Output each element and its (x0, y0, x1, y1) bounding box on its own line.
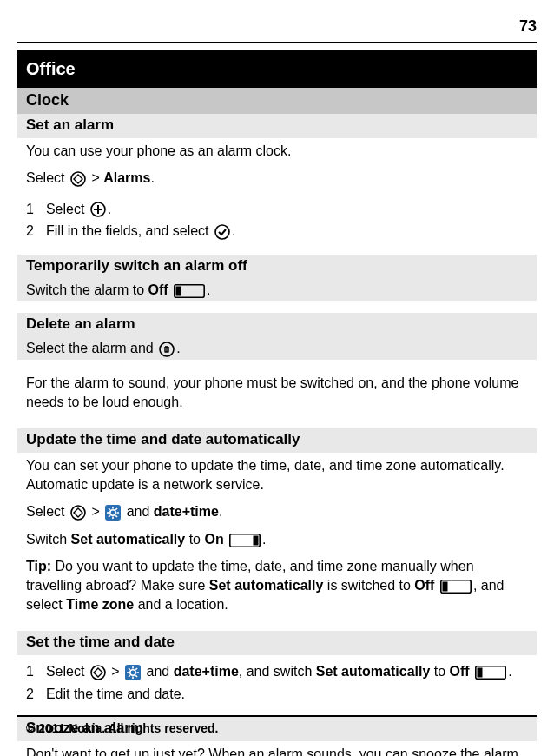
text: . (232, 223, 235, 238)
menu-icon (90, 665, 106, 680)
text: to (189, 532, 205, 547)
set-alarm-heading: Set an alarm (17, 114, 537, 138)
page-footer-wrap: © 2011 Nokia. All rights reserved. (17, 706, 537, 746)
top-rule (17, 42, 537, 43)
set-alarm-steps: 1 Select . 2 Fill in the fields, and sel… (17, 198, 235, 242)
text: Switch the alarm to (26, 282, 148, 297)
text: Switch (26, 532, 71, 547)
toggle-off-icon (174, 284, 205, 298)
toggle-off-icon (440, 580, 472, 594)
trash-icon (159, 342, 175, 357)
text: , and switch (239, 664, 316, 679)
clock-heading: Clock (17, 88, 537, 113)
text: > (111, 664, 123, 679)
set-auto-label: Set automatically (71, 532, 186, 547)
step-number: 2 (17, 220, 46, 242)
plus-icon (90, 202, 106, 217)
text: . (508, 664, 511, 679)
on-label: On (204, 532, 223, 547)
list-item: 2 Edit the time and date. (17, 683, 512, 706)
temp-off-heading: Temporarily switch an alarm off (17, 255, 537, 279)
text: and (127, 504, 154, 519)
step-number: 1 (17, 660, 46, 683)
temp-off-body: Switch the alarm to Off . (17, 279, 537, 302)
chapter-heading: Office (17, 50, 537, 88)
alarms-label: Alarms (103, 170, 150, 185)
step-text: Edit the time and date. (46, 683, 512, 706)
text: . (108, 202, 111, 216)
set-alarm-select-line: Select > Alarms. (17, 165, 537, 193)
datetime-label: date+time (174, 664, 239, 679)
copyright-footer: © 2011 Nokia. All rights reserved. (17, 720, 537, 746)
menu-icon (70, 171, 86, 187)
gear-icon (105, 505, 121, 521)
auto-select-line: Select > and date+time. (17, 499, 537, 527)
step-number: 1 (17, 198, 46, 221)
step-number: 2 (17, 683, 46, 706)
list-item: 1 Select > and date+time, and switch Set… (17, 660, 512, 683)
auto-switch-line: Switch Set automatically to On . (17, 527, 537, 554)
set-td-steps: 1 Select > and date+time, and switch Set… (17, 660, 512, 705)
delete-body: Select the alarm and . (17, 337, 537, 360)
set-auto-label: Set automatically (316, 664, 431, 679)
off-label: Off (414, 578, 434, 593)
page: 73 Office Clock Set an alarm You can use… (0, 0, 554, 756)
tip-label: Tip: (26, 559, 51, 574)
list-item: 1 Select . (17, 198, 235, 221)
page-number: 73 (17, 16, 537, 38)
datetime-label: date+time (154, 504, 219, 519)
set-auto-label: Set automatically (209, 578, 324, 593)
text: . (207, 282, 210, 297)
bottom-rule (17, 715, 537, 717)
toggle-on-icon (229, 534, 261, 547)
off-label: Off (148, 282, 168, 297)
auto-heading: Update the time and date automatically (17, 428, 537, 453)
text: . (176, 341, 180, 355)
auto-tip: Tip: Do you want to update the time, dat… (17, 554, 537, 619)
text: and a location. (134, 597, 228, 612)
set-td-heading: Set the time and date (17, 631, 537, 655)
alarm-sound-note: For the alarm to sound, your phone must … (17, 370, 537, 416)
step-text: Select . (46, 198, 236, 221)
text: Select (26, 504, 69, 519)
menu-icon (70, 505, 86, 521)
step-text: Fill in the fields, and select . (46, 220, 236, 242)
timezone-label: Time zone (66, 597, 134, 612)
text: and (147, 664, 174, 679)
text: > (91, 504, 103, 519)
list-item: 2 Fill in the fields, and select . (17, 220, 235, 242)
toggle-off-icon (475, 666, 506, 680)
gear-icon (125, 665, 141, 680)
step-text: Select > and date+time, and switch Set a… (46, 660, 512, 683)
text: Fill in the fields, and select (46, 223, 213, 238)
set-alarm-intro: You can use your phone as an alarm clock… (17, 138, 537, 166)
text: to (430, 664, 449, 679)
delete-heading: Delete an alarm (17, 313, 537, 337)
off-label: Off (450, 664, 470, 679)
text: Select (46, 664, 89, 679)
text: Select the alarm and (26, 341, 157, 355)
check-icon (214, 224, 230, 240)
text: Select (46, 202, 89, 216)
text: is switched to (323, 578, 414, 593)
text: > (91, 170, 103, 185)
auto-intro: You can set your phone to update the tim… (17, 453, 537, 499)
text: Select (26, 170, 69, 185)
